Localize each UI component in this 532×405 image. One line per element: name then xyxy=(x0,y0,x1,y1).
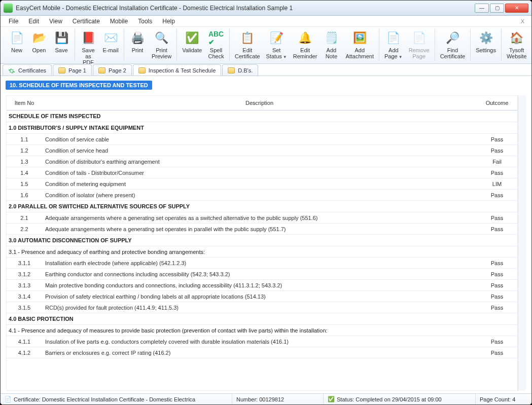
table-row[interactable]: 3.1.1Installation earth electrode (where… xyxy=(7,257,517,269)
find-certificate-button[interactable]: 🔎 FindCertificate xyxy=(437,29,469,61)
page-icon xyxy=(98,67,105,73)
group-4-0: 4.0 BASIC PROTECTION xyxy=(7,313,517,325)
vertical-scrollbar[interactable] xyxy=(518,95,526,391)
add-attachment-button[interactable]: 🖼️ AddAttachment xyxy=(342,29,377,61)
group-schedule-inspected: SCHEDULE OF ITEMS INSPECTED xyxy=(7,111,517,122)
validate-icon: ✅ xyxy=(184,30,200,46)
table-row[interactable]: 2.2Adequate arrangements where a generat… xyxy=(7,224,517,235)
new-icon: 📄 xyxy=(9,30,25,46)
settings-button[interactable]: ⚙️ Settings xyxy=(473,29,499,61)
print-preview-icon: 🔍 xyxy=(154,30,170,46)
page-icon xyxy=(138,67,146,73)
inspection-table: Item No Description Outcome SCHEDULE OF … xyxy=(7,96,517,358)
tab-certificates[interactable]: Certificates xyxy=(3,64,52,76)
chevron-down-icon: ▼ xyxy=(399,55,403,59)
table-row[interactable]: 1.4Condition of tails - Distributor/Cons… xyxy=(7,167,517,178)
tysoft-website-button[interactable]: 🏠 TysoftWebsite xyxy=(504,29,530,61)
new-button[interactable]: 📄 New xyxy=(6,29,28,61)
pdf-icon: 📕 xyxy=(80,30,96,46)
page-tabs: Certificates Page 1 Page 2 Inspection & … xyxy=(1,64,531,76)
status-number: Number: 00129812 xyxy=(232,394,324,404)
save-icon: 💾 xyxy=(53,30,69,46)
add-page-button[interactable]: 📄 AddPage▼ xyxy=(381,29,406,61)
group-2-0: 2.0 PARALLEL OR SWITCHED ALTERNATIVE SOU… xyxy=(7,201,517,212)
menu-file[interactable]: File xyxy=(4,17,23,26)
edit-reminder-button[interactable]: 🔔 EditReminder xyxy=(290,29,321,61)
status-certificate: 📄 Certificate: Domestic Electrical Insta… xyxy=(1,394,232,404)
status-complete-icon: ✅ xyxy=(328,396,335,403)
subgroup-4-1: 4.1 - Presence and adequacy of measures … xyxy=(7,325,517,336)
col-header-outcome[interactable]: Outcome xyxy=(477,96,517,111)
table-row[interactable]: 1.5Condition of metering equipmentLIM xyxy=(7,178,517,190)
gear-icon: ⚙️ xyxy=(478,30,494,46)
open-icon: 📂 xyxy=(31,30,47,46)
titlebar: EasyCert Mobile - Domestic Electrical In… xyxy=(1,1,531,16)
tab-dbs[interactable]: D.B's. xyxy=(222,64,258,76)
menu-help[interactable]: Help xyxy=(157,17,180,26)
status-status: ✅ Status: Completed on 29/04/2015 at 09:… xyxy=(324,394,476,404)
close-button[interactable]: ✕ xyxy=(505,4,528,13)
attachment-icon: 🖼️ xyxy=(351,30,368,46)
status-page-count: Page Count: 4 xyxy=(476,394,531,404)
print-icon: 🖨️ xyxy=(129,30,146,46)
group-3-0: 3.0 AUTOMATIC DISCONNECTION OF SUPPLY xyxy=(7,235,517,246)
menu-view[interactable]: View xyxy=(44,17,67,26)
bell-icon: 🔔 xyxy=(297,30,313,46)
add-page-icon: 📄 xyxy=(385,30,402,46)
email-icon: ✉️ xyxy=(102,30,119,46)
table-row[interactable]: 4.1.1Insulation of live parts e.g. condu… xyxy=(7,336,517,347)
table-row[interactable]: 3.1.3Main protective bonding conductors … xyxy=(7,280,517,291)
page-icon xyxy=(58,67,65,73)
open-button[interactable]: 📂 Open xyxy=(28,29,50,61)
table-row[interactable]: 1.1Condition of service cablePass xyxy=(7,134,517,145)
set-status-button[interactable]: 📝 SetStatus▼ xyxy=(263,29,290,61)
menu-tools[interactable]: Tools xyxy=(133,17,157,26)
subgroup-3-1: 3.1 - Presence and adequacy of earthing … xyxy=(7,246,517,257)
edit-certificate-button[interactable]: 📋 EditCertificate xyxy=(232,29,263,61)
print-preview-button[interactable]: 🔍 PrintPreview xyxy=(149,29,174,61)
table-row[interactable]: 4.1.2Barriers or enclosures e.g. correct… xyxy=(7,347,517,358)
spell-check-button[interactable]: ABC✔ SpellCheck xyxy=(205,29,227,61)
menubar: File Edit View Certificate Mobile Tools … xyxy=(1,16,531,27)
app-icon xyxy=(4,4,13,13)
window-title: EasyCert Mobile - Domestic Electrical In… xyxy=(16,5,475,12)
document-icon: 📄 xyxy=(5,396,12,403)
section-heading: 10. SCHEDULE OF ITEMS INSPECTED AND TEST… xyxy=(6,81,152,90)
tab-inspection-test-schedule[interactable]: Inspection & Test Schedule xyxy=(133,64,222,76)
col-header-itemno[interactable]: Item No xyxy=(7,96,42,111)
print-button[interactable]: 🖨️ Print xyxy=(126,29,149,61)
menu-edit[interactable]: Edit xyxy=(23,17,44,26)
minimize-button[interactable]: — xyxy=(475,4,489,13)
table-row[interactable]: 1.2Condition of service headPass xyxy=(7,145,517,156)
save-as-pdf-button[interactable]: 📕 Saveas PDF xyxy=(77,29,99,61)
col-header-description[interactable]: Description xyxy=(42,96,477,111)
tab-page1[interactable]: Page 1 xyxy=(53,64,92,76)
toolbar: 📄 New 📂 Open 💾 Save 📕 Saveas PDF ✉️ E-ma… xyxy=(1,27,531,64)
tabbar-close-button[interactable]: X xyxy=(517,18,528,24)
inspection-table-scroll[interactable]: Item No Description Outcome SCHEDULE OF … xyxy=(6,95,518,391)
page-icon xyxy=(228,67,235,73)
tab-page2[interactable]: Page 2 xyxy=(93,64,132,76)
table-row[interactable]: 2.1Adequate arrangements where a generat… xyxy=(7,212,517,224)
table-row[interactable]: 1.3Condition of distributor's earthing a… xyxy=(7,156,517,167)
table-row[interactable]: 1.6Condition of isolator (where present)… xyxy=(7,190,517,201)
home-icon: 🏠 xyxy=(509,30,525,46)
menu-certificate[interactable]: Certificate xyxy=(67,17,105,26)
validate-button[interactable]: ✅ Validate xyxy=(179,29,205,61)
save-button[interactable]: 💾 Save xyxy=(50,29,73,61)
table-row[interactable]: 3.1.4Provision of safety electrical eart… xyxy=(7,291,517,302)
set-status-icon: 📝 xyxy=(268,30,285,46)
spell-check-icon: ABC✔ xyxy=(208,30,224,46)
table-row[interactable]: 3.1.5RCD(s) provided for fault protectio… xyxy=(7,302,517,313)
statusbar: 📄 Certificate: Domestic Electrical Insta… xyxy=(1,393,531,404)
add-note-button[interactable]: 🗒️ AddNote xyxy=(320,29,342,61)
table-row[interactable]: 3.1.2Earthing conductor and connections … xyxy=(7,269,517,280)
remove-page-button: 📄 RemovePage xyxy=(406,29,433,61)
chevron-down-icon: ▼ xyxy=(283,55,287,59)
email-button[interactable]: ✉️ E-mail xyxy=(99,29,122,61)
edit-certificate-icon: 📋 xyxy=(239,30,256,46)
maximize-button[interactable]: ▢ xyxy=(490,4,504,13)
group-1-0: 1.0 DISTRIBUTOR'S / SUPPLY INTAKE EQUIPM… xyxy=(7,122,517,134)
menu-mobile[interactable]: Mobile xyxy=(105,17,133,26)
note-icon: 🗒️ xyxy=(323,30,339,46)
